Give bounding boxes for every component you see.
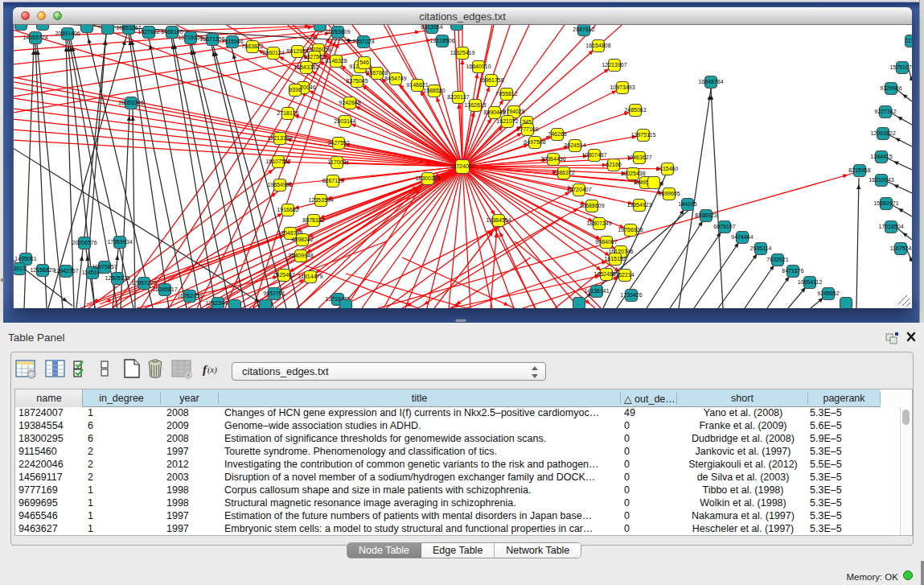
svg-text:9699695: 9699695 bbox=[658, 191, 680, 196]
svg-text:11914479: 11914479 bbox=[298, 274, 323, 279]
svg-text:20206576: 20206576 bbox=[72, 240, 97, 245]
svg-text:19463627: 19463627 bbox=[626, 154, 651, 160]
svg-text:144095: 144095 bbox=[678, 201, 696, 207]
svg-text:9084067: 9084067 bbox=[595, 239, 617, 245]
svg-text:20691406: 20691406 bbox=[55, 31, 80, 36]
svg-text:16210043: 16210043 bbox=[869, 177, 893, 183]
svg-text:1244415: 1244415 bbox=[870, 154, 892, 159]
svg-text:2718176: 2718176 bbox=[277, 110, 298, 116]
svg-text:16648784: 16648784 bbox=[698, 79, 723, 84]
svg-text:6466160: 6466160 bbox=[161, 29, 183, 35]
svg-text:62160: 62160 bbox=[606, 162, 622, 167]
svg-text:10973493: 10973493 bbox=[610, 84, 634, 90]
svg-text:15720407: 15720407 bbox=[566, 187, 591, 192]
svg-text:7357224: 7357224 bbox=[352, 39, 374, 44]
svg-text:14136141: 14136141 bbox=[584, 288, 609, 294]
svg-text:16782759: 16782759 bbox=[177, 293, 202, 299]
svg-text:8267110: 8267110 bbox=[322, 178, 344, 183]
svg-text:6497508: 6497508 bbox=[524, 139, 545, 145]
svg-text:7625402: 7625402 bbox=[273, 272, 294, 278]
svg-text:9329966: 9329966 bbox=[880, 85, 901, 91]
svg-text:1615152: 1615152 bbox=[604, 256, 626, 262]
svg-text:20364436: 20364436 bbox=[540, 156, 565, 162]
svg-text:9327503: 9327503 bbox=[303, 54, 325, 60]
svg-text:10654112: 10654112 bbox=[798, 279, 823, 285]
svg-text:1916682: 1916682 bbox=[277, 207, 298, 212]
svg-text:4898242: 4898242 bbox=[291, 237, 313, 242]
svg-text:16543382: 16543382 bbox=[294, 64, 318, 70]
svg-text:7515546: 7515546 bbox=[221, 39, 243, 44]
svg-text:2867608: 2867608 bbox=[366, 70, 388, 76]
svg-text:8215958: 8215958 bbox=[848, 167, 870, 173]
svg-text:9146821: 9146821 bbox=[406, 82, 428, 88]
svg-text:8454749: 8454749 bbox=[384, 76, 406, 81]
svg-text:12923448: 12923448 bbox=[205, 300, 230, 306]
svg-text:2803144: 2803144 bbox=[334, 118, 355, 124]
svg-text:7386372: 7386372 bbox=[552, 170, 574, 175]
svg-text:18807249: 18807249 bbox=[586, 220, 611, 226]
svg-text:9245652: 9245652 bbox=[817, 290, 839, 296]
svg-text:10025438: 10025438 bbox=[620, 171, 645, 176]
svg-text:18300295: 18300295 bbox=[415, 175, 440, 181]
svg-text:16961758: 16961758 bbox=[478, 77, 503, 83]
svg-text:1588520: 1588520 bbox=[423, 88, 445, 93]
svg-text:6679197: 6679197 bbox=[713, 224, 735, 229]
svg-text:9777169: 9777169 bbox=[516, 126, 538, 132]
svg-text:2935114: 2935114 bbox=[750, 245, 772, 251]
svg-text:17957275: 17957275 bbox=[131, 280, 156, 286]
svg-text:19654985: 19654985 bbox=[267, 182, 292, 187]
svg-text:35409948: 35409948 bbox=[288, 253, 313, 258]
svg-text:19384554: 19384554 bbox=[486, 217, 511, 223]
svg-text:10688609: 10688609 bbox=[579, 203, 604, 208]
svg-text:9474444: 9474444 bbox=[731, 234, 753, 240]
svg-text:2485063: 2485063 bbox=[624, 107, 646, 113]
svg-text:(x): (x) bbox=[207, 365, 217, 375]
svg-text:9115460: 9115460 bbox=[657, 166, 679, 171]
svg-text:16154808: 16154808 bbox=[585, 43, 610, 48]
svg-text:10807487: 10807487 bbox=[581, 152, 606, 158]
svg-text:14055724: 14055724 bbox=[23, 35, 47, 40]
svg-text:12156829: 12156829 bbox=[30, 267, 55, 273]
svg-text:15692971: 15692971 bbox=[873, 200, 898, 206]
svg-text:8878332: 8878332 bbox=[302, 217, 324, 223]
svg-text:8146328: 8146328 bbox=[325, 58, 347, 64]
svg-text:2687612: 2687612 bbox=[573, 27, 594, 32]
svg-text:16107552: 16107552 bbox=[265, 159, 290, 164]
svg-text:8660124: 8660124 bbox=[262, 50, 284, 56]
svg-text:8938923: 8938923 bbox=[695, 212, 717, 218]
svg-text:8813054: 8813054 bbox=[421, 25, 442, 30]
svg-text:12505135: 12505135 bbox=[105, 275, 129, 281]
svg-text:16640910: 16640910 bbox=[466, 64, 491, 69]
svg-text:1112: 1112 bbox=[906, 38, 912, 43]
svg-text:9396: 9396 bbox=[289, 87, 302, 93]
svg-text:117009: 117009 bbox=[328, 159, 347, 165]
svg-text:3624514: 3624514 bbox=[564, 142, 585, 148]
svg-text:9242848: 9242848 bbox=[339, 100, 360, 105]
svg-text:10975857: 10975857 bbox=[92, 264, 117, 270]
svg-text:19756928: 19756928 bbox=[618, 227, 643, 233]
svg-text:8375045: 8375045 bbox=[346, 78, 368, 84]
svg-text:12942757: 12942757 bbox=[53, 268, 78, 274]
svg-text:16095817: 16095817 bbox=[152, 286, 177, 292]
svg-text:12213389: 12213389 bbox=[267, 135, 292, 141]
svg-text:1435061: 1435061 bbox=[14, 256, 36, 262]
svg-text:16053809: 16053809 bbox=[325, 29, 350, 35]
svg-text:9227342: 9227342 bbox=[874, 109, 896, 114]
svg-text:17018504: 17018504 bbox=[878, 224, 903, 229]
svg-text:1527602: 1527602 bbox=[138, 29, 159, 35]
svg-text:9427552: 9427552 bbox=[327, 140, 349, 146]
svg-text:7663822: 7663822 bbox=[241, 43, 263, 49]
svg-text:12353594: 12353594 bbox=[308, 197, 333, 203]
svg-text:546: 546 bbox=[359, 60, 369, 65]
svg-text:19218506: 19218506 bbox=[429, 38, 454, 43]
svg-text:28053346: 28053346 bbox=[118, 100, 143, 105]
svg-text:1733426: 1733426 bbox=[620, 292, 642, 298]
svg-text:13975115: 13975115 bbox=[631, 132, 656, 138]
svg-text:12213967: 12213967 bbox=[602, 62, 626, 68]
svg-text:8220137: 8220137 bbox=[447, 94, 469, 100]
svg-text:18724007: 18724007 bbox=[450, 163, 474, 169]
svg-text:1621072: 1621072 bbox=[496, 118, 518, 124]
svg-text:9794028: 9794028 bbox=[503, 109, 524, 114]
svg-text:8471676: 8471676 bbox=[782, 268, 803, 274]
svg-text:9657791: 9657791 bbox=[263, 290, 285, 296]
